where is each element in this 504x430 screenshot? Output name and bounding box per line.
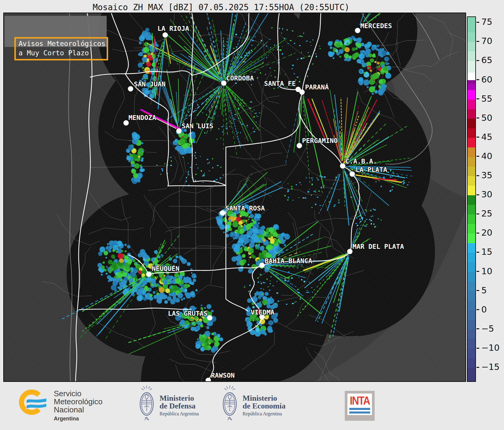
colorbar-ticks: 757065605550454035302520151050−5−10−15 xyxy=(477,16,504,382)
city-label: VIEDMA xyxy=(251,309,274,316)
city-label: SAN LUIS xyxy=(182,122,213,130)
radar-map-svg: LA RIOJAMERCEDESSAN JUANCÓRDOBASANTA FEP… xyxy=(3,13,466,382)
city-dot xyxy=(259,263,265,268)
city-label: LA PLATA xyxy=(356,166,387,173)
smn-wordmark: Servicio Meteorológico Nacional Argentin… xyxy=(54,390,102,423)
city-label: CÓRDOBA xyxy=(226,74,254,82)
colorbar-tick xyxy=(477,271,479,272)
colorbar-tick xyxy=(477,328,479,329)
colorbar-tick xyxy=(477,214,479,214)
city-label: SANTA FE xyxy=(264,80,296,87)
colorbar-tick-label: 55 xyxy=(481,94,492,104)
smn-line-1: Servicio xyxy=(54,390,102,398)
city-label: MERCEDES xyxy=(360,22,392,30)
colorbar-tick xyxy=(477,194,479,195)
colorbar-tick xyxy=(477,252,479,253)
colorbar-tick-label: −5 xyxy=(481,324,494,334)
colorbar-tick-label: 20 xyxy=(481,228,492,238)
colorbar-tick-label: 50 xyxy=(481,113,492,123)
colorbar-tick-label: 5 xyxy=(481,285,487,295)
economia-coat-of-arms xyxy=(221,385,238,425)
city-dot xyxy=(123,120,129,126)
smn-flag-wave-1 xyxy=(26,398,47,403)
city-dot xyxy=(221,80,226,86)
city-dot xyxy=(176,128,182,134)
city-dot xyxy=(350,171,355,177)
city-label: PERGAMINO xyxy=(302,137,338,144)
city-dot xyxy=(146,272,151,277)
city-dot xyxy=(340,163,345,169)
defensa-line-2: de Defensa xyxy=(160,402,199,410)
colorbar-tick xyxy=(477,175,479,176)
city-label: NEUQUÉN xyxy=(152,265,180,272)
colorbar-tick-label: 25 xyxy=(481,208,492,219)
colorbar-tick-label: 75 xyxy=(481,17,492,27)
defensa-line-3: República Argentina xyxy=(160,411,199,417)
defensa-wordmark: Ministerio de Defensa República Argentin… xyxy=(160,394,199,417)
colorbar-tick-label: 30 xyxy=(481,189,492,199)
city-dot xyxy=(220,210,225,216)
coat-sun-rays xyxy=(224,385,235,390)
inta-wordmark: INTA xyxy=(347,394,372,407)
city-dot xyxy=(347,249,353,254)
economia-wordmark: Ministerio de Economía República Argenti… xyxy=(243,394,286,417)
city-label: MAR DEL PLATA xyxy=(353,243,404,250)
city-dot xyxy=(299,89,305,95)
colorbar-tick xyxy=(477,137,479,138)
colorbar-tick-label: 15 xyxy=(481,247,492,257)
colorbar-tick xyxy=(477,79,479,80)
colorbar-tick xyxy=(477,41,479,42)
colorbar-gradient xyxy=(468,17,475,381)
colorbar-tick-label: 70 xyxy=(481,36,492,46)
city-dot xyxy=(355,28,360,33)
dbz-colorbar xyxy=(467,16,476,382)
smn-line-3: Nacional xyxy=(54,406,102,414)
colorbar-tick xyxy=(477,348,479,349)
city-label: SANTA ROSA xyxy=(225,205,265,212)
colorbar-tick-label: 40 xyxy=(481,151,492,161)
radar-mosaic-page: { "title": "Mosaico ZH MAX [dBZ] 07.05.2… xyxy=(0,0,504,430)
radar-map: LA RIOJAMERCEDESSAN JUANCÓRDOBASANTA FEP… xyxy=(3,13,466,382)
colorbar-tick xyxy=(477,156,479,157)
inta-logo-inner: INTA xyxy=(347,394,372,415)
colorbar-tick-label: −10 xyxy=(481,343,500,353)
colorbar-tick-label: −15 xyxy=(481,362,500,372)
inta-bar-2 xyxy=(349,411,370,414)
city-label: C.A.B.A. xyxy=(345,158,377,165)
smn-line-4: Argentina xyxy=(54,415,102,423)
city-dot xyxy=(128,86,133,92)
coat-sun-rays xyxy=(141,385,152,390)
city-label: SAN JUAN xyxy=(134,80,166,88)
colorbar-tick-label: 45 xyxy=(481,132,492,142)
economia-line-3: República Argentina xyxy=(243,411,286,417)
city-dot xyxy=(207,315,212,321)
colorbar-tick xyxy=(477,118,479,118)
city-label: BAHÍA BLANCA xyxy=(265,257,312,265)
colorbar-tick-label: 65 xyxy=(481,55,492,65)
footer: Servicio Meteorológico Nacional Argentin… xyxy=(0,382,504,430)
city-label: LAS GRUTAS xyxy=(168,310,207,317)
colorbar-tick-label: 35 xyxy=(481,170,492,180)
warning-line-1: Avisos Meteorológicos xyxy=(19,39,107,48)
colorbar-tick xyxy=(477,233,479,234)
warning-line-2: a Muy Corto Plazo xyxy=(19,48,107,58)
colorbar-tick-label: 60 xyxy=(481,74,492,85)
city-label: PARANÁ xyxy=(305,83,329,91)
inta-bar-1 xyxy=(349,408,370,410)
defensa-coat-of-arms xyxy=(138,385,155,425)
smn-logo xyxy=(19,388,51,420)
colorbar-tick xyxy=(477,22,479,23)
colorbar-tick xyxy=(477,98,479,99)
defensa-line-1: Ministerio xyxy=(160,394,199,402)
colorbar-tick-label: 10 xyxy=(481,266,492,276)
warning-box[interactable]: Avisos Meteorológicos a Muy Corto Plazo xyxy=(14,37,108,60)
smn-line-2: Meteorológico xyxy=(54,398,102,406)
city-dot xyxy=(297,143,302,148)
city-label: LA RIOJA xyxy=(157,25,189,32)
city-label: RAWSON xyxy=(211,372,235,379)
economia-line-1: Ministerio xyxy=(243,394,286,402)
colorbar-tick-label: 0 xyxy=(481,304,487,315)
colorbar-tick xyxy=(477,290,479,291)
colorbar-tick xyxy=(477,60,479,61)
city-dot xyxy=(163,32,168,38)
